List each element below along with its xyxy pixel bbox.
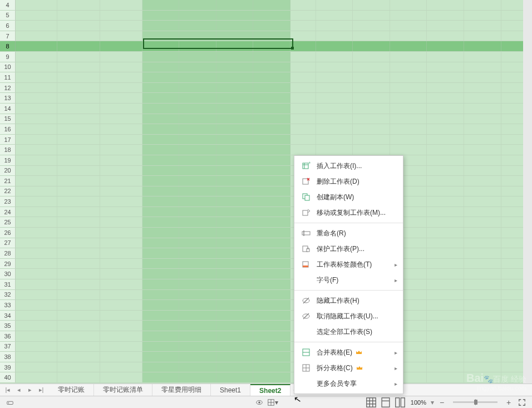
menu-item[interactable]: +插入工作表(I)... [294,158,403,174]
cell[interactable] [16,135,57,145]
cell[interactable] [390,0,426,10]
grid-row[interactable]: 32 [0,290,532,301]
cell[interactable] [179,372,216,382]
cell[interactable] [142,31,179,41]
cell[interactable] [142,166,179,176]
row-header[interactable]: 33 [0,300,16,310]
cell[interactable] [253,62,290,72]
cell[interactable] [179,124,216,134]
cell[interactable] [142,72,179,82]
cell[interactable] [100,176,142,186]
cell[interactable] [427,72,464,82]
cell[interactable] [142,238,179,248]
cell[interactable] [427,248,464,258]
row-header[interactable]: 40 [0,372,16,382]
cell[interactable] [253,207,290,217]
cell[interactable] [179,207,216,217]
cell[interactable] [100,290,142,300]
cell[interactable] [290,62,317,72]
cell[interactable] [253,41,290,51]
cell[interactable] [464,311,501,321]
cell[interactable] [16,145,57,155]
cell[interactable] [464,145,501,155]
cell[interactable] [427,31,464,41]
cell[interactable] [390,114,426,124]
cell[interactable] [464,62,501,72]
row-header[interactable]: 34 [0,311,16,321]
menu-item[interactable]: 选定全部工作表(S) [294,324,403,340]
cell[interactable] [142,62,179,72]
cell[interactable] [253,176,290,186]
row-header[interactable]: 36 [0,331,16,341]
cell[interactable] [253,135,290,145]
cell[interactable] [253,269,290,279]
cell[interactable] [16,259,57,269]
row-header[interactable]: 27 [0,238,16,248]
cell[interactable] [464,372,501,382]
cell[interactable] [16,352,57,362]
cell[interactable] [390,41,426,51]
grid-row[interactable]: 17 [0,135,532,145]
cell[interactable] [427,155,464,165]
cell[interactable] [216,62,253,72]
cell[interactable] [216,145,253,155]
cell[interactable] [100,72,142,82]
cell[interactable] [353,11,390,21]
cell[interactable] [142,311,179,321]
cell[interactable] [179,321,216,331]
cell[interactable] [57,321,100,331]
cell[interactable] [216,352,253,362]
cell[interactable] [464,186,501,196]
cell[interactable] [179,0,216,10]
tab-nav-next[interactable]: ▸ [24,385,36,396]
cell[interactable] [390,93,426,103]
cell[interactable] [100,62,142,72]
cell[interactable] [142,114,179,124]
cell[interactable] [179,176,216,186]
cell[interactable] [464,279,501,289]
cell[interactable] [464,31,501,41]
cell[interactable] [464,21,501,31]
grid-row[interactable]: 21 [0,176,532,186]
row-header[interactable]: 24 [0,207,16,217]
cell[interactable] [427,331,464,341]
cell[interactable] [142,83,179,93]
cell[interactable] [290,31,317,41]
cell[interactable] [390,21,426,31]
cell[interactable] [464,269,501,279]
cell[interactable] [353,62,390,72]
cell[interactable] [216,259,253,269]
row-header[interactable]: 18 [0,145,16,155]
cell[interactable] [253,31,290,41]
cell[interactable] [253,321,290,331]
cell[interactable] [427,21,464,31]
cell[interactable] [216,93,253,103]
cell[interactable] [142,331,179,341]
cell[interactable] [16,52,57,62]
cell[interactable] [427,342,464,352]
cell[interactable] [353,114,390,124]
cell[interactable] [290,21,317,31]
cell[interactable] [57,362,100,372]
cell[interactable] [216,176,253,186]
cell[interactable] [142,176,179,186]
cell[interactable] [216,217,253,227]
cell[interactable] [390,135,426,145]
cell[interactable] [464,135,501,145]
cell[interactable] [216,186,253,196]
cell[interactable] [390,104,426,114]
cell[interactable] [390,83,426,93]
cell[interactable] [464,124,501,134]
cell[interactable] [216,166,253,176]
cell[interactable] [179,300,216,310]
cell[interactable] [216,21,253,31]
cell[interactable] [353,83,390,93]
cell[interactable] [390,52,426,62]
grid-row[interactable]: 39 [0,362,532,373]
cell[interactable] [16,248,57,258]
cell[interactable] [353,124,390,134]
cell[interactable] [216,248,253,258]
cell[interactable] [57,207,100,217]
cell[interactable] [16,362,57,372]
row-header[interactable]: 39 [0,362,16,372]
